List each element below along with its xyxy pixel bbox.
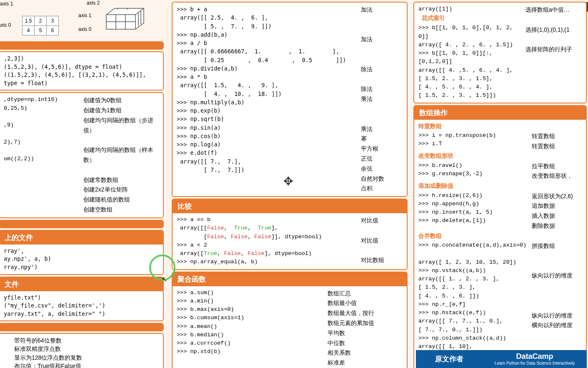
footer-datacamp: DataCamp Learn Python for Data Science I… [483,350,587,368]
box-compare: 比较 >>> a == b array([[False, True, True]… [172,199,408,270]
create-code: ,dtype=np.int16) 0,25,5) ,9) 2),7) om((2… [4,96,79,215]
box-arith: >>> b + a array([[ 2.5, 4. , 6. ], [ 5. … [172,2,408,197]
code-block: yfile.txt") ("my_file.csv", delimiter=',… [4,294,159,318]
trans-desc: 转置数组转置数组 [528,131,582,151]
reshape-desc: 拉平数组改变数组形状， [528,161,582,181]
axis-label: axis 1 [0,1,13,7]
cube-3d-icon [104,4,146,35]
code-block: rray', ay.npz', a, b) rray.npy') [4,247,159,272]
box-dtypes: 带符号的64位整数标准双精度浮点数 显示为128位浮点数的复数布尔值：True值… [0,333,164,368]
footer-author-label: 原文作者 [416,350,483,368]
idx-desc: 选择数组a中值… 选择(1,0),(0,1),(1 选择矩阵的行列子 [521,5,582,100]
code-block: >>> a == b array([[False, True, True], [… [177,216,357,267]
axis-label: axis 1 [78,13,91,18]
code-block: >>> i = np.transpose(b)>>> i.T [418,131,528,151]
section-header: 上的文件 [0,231,163,244]
section-header: 数组操作 [414,106,586,120]
code-block: array([1]) 花式索引 >>> b[[1, 0, 1, 0],[0, 1… [418,5,521,100]
box-io1: 上的文件 rray', ay.npz', a, b) rray.npy') [0,230,164,275]
box-create: ,dtype=np.int16) 0,25,5) ,9) 2),7) om((2… [0,92,164,218]
box-ops: 数组操作 转置数组 >>> i = np.transpose(b)>>> i.T… [413,105,587,368]
add-desc: 返回形状为(2,6)追加数据插入数据删除数据 [528,192,582,231]
axis-label: axis 2 [87,0,100,6]
code-block: >>> a.sum()>>> a.min() >>> b.max(axis=0)… [177,289,323,368]
box-arith-partial [0,41,164,50]
subsection-header: 添加或删除值 [415,181,585,191]
create-desc: 创建值为0数组创建值为1数组 创建均匀间隔的数组（步进值） 创建均匀间隔的数组（… [79,96,159,215]
cursor-icon: ↖ [162,275,167,283]
column-1: axis 1 axis 0 1.523 456 axis 2 axis 1 ax… [0,0,165,368]
column-3: array([1]) 花式索引 >>> b[[1, 0, 1, 0],[0, 1… [413,0,588,368]
comb-desc: 拼接数组 纵向以行的维度 纵向以行的维度横向以列的维度 以列的维度创建 以列的维… [528,241,582,368]
axis-diagram: axis 1 axis 0 1.523 456 axis 2 axis 1 ax… [0,0,165,40]
box-dtypes-spacer [0,323,164,331]
box-agg: 聚合函数 >>> a.sum()>>> a.min() >>> b.max(ax… [172,272,408,368]
section-header: 聚合函数 [173,272,407,286]
subsection-header: 花式索引 [418,13,521,24]
box-io2: 文件 yfile.txt") ("my_file.csv", delimiter… [0,277,164,322]
axis-label: axis 0 [78,26,91,32]
arith-desc: 加法 加法 除法 除法 乘法 乘法幂 平方根正弦 余弦自然对数 点积 [357,5,403,194]
box-arith-code: ,2,3]) (1.5,2,3), (4,5,6)], dtype = floa… [0,51,164,91]
footer: 原文作者 DataCamp Learn Python for Data Scie… [416,350,587,368]
dtypes-list: 带符号的64位整数标准双精度浮点数 显示为128位浮点数的复数布尔值：True值… [0,334,163,368]
agg-desc: 数组汇总数组最小值 数组最大值，按行数组元素的累加值 平均数中位数 相关系数标准… [323,289,403,368]
code-block: >>> b + a array([[ 2.5, 4. , 6. ], [ 5. … [177,5,357,174]
move-cursor-icon: ✥ [283,174,293,188]
code-block: >>> np.concatenate((a,d),axis=0) array([… [418,241,528,368]
subsection-header: 改变数组形状 [415,151,585,161]
axis-label: axis 0 [0,22,11,28]
array-2d-grid: 1.523 456 [22,16,59,35]
code-block: ,2,3]) (1.5,2,3), (4,5,6)], dtype = floa… [4,55,159,87]
box-io-spacer [0,220,164,228]
code-block: >>> b.ravel()>>> g.reshape(3,-2) [418,161,528,181]
box-indexing: array([1]) 花式索引 >>> b[[1, 0, 1, 0],[0, 1… [413,2,587,103]
section-header: 比较 [173,199,407,213]
subsection-header: 转置数组 [415,121,585,131]
code-block: >>> h.resize((2,6))>>> np.append(h,g)>>>… [418,192,528,231]
subsection-header: 合并数组 [415,231,585,241]
section-header: 文件 [0,277,163,291]
cmp-desc: 对比值 对比值 对比数组 [357,216,403,267]
